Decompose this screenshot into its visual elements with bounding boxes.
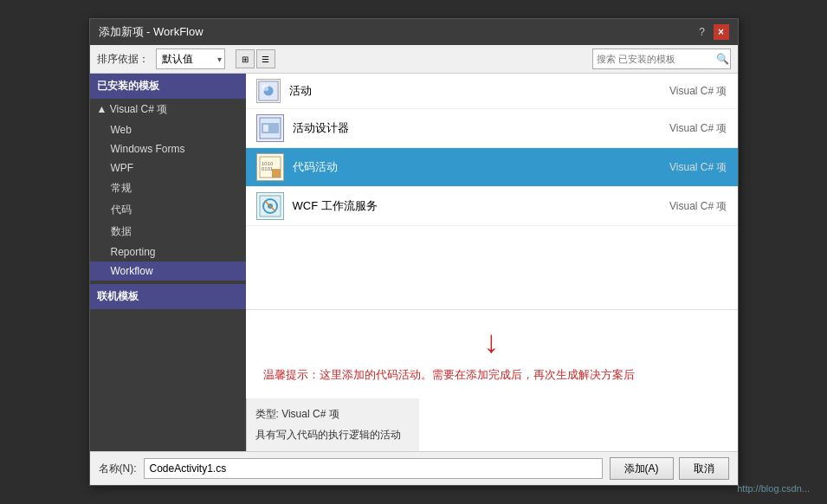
dialog-title: 添加新项 - WorkFlow	[99, 24, 204, 40]
list-item[interactable]: 活动 Visual C# 项	[246, 74, 738, 109]
dialog: 添加新项 - WorkFlow ? × 排序依据： 默认值 名称 类型 ⊞ ☰ …	[89, 18, 739, 486]
sidebar-item-label: 数据	[111, 225, 132, 237]
help-button[interactable]: ?	[695, 24, 710, 40]
code-activity-icon: 1010 0101	[256, 153, 284, 181]
search-input[interactable]	[597, 54, 716, 64]
list-item[interactable]: 活动设计器 Visual C# 项	[246, 109, 738, 148]
sidebar-item-label: ▲ Visual C# 项	[97, 102, 168, 117]
sort-wrapper: 默认值 名称 类型	[156, 48, 225, 69]
sidebar-item-reporting[interactable]: Reporting	[90, 242, 246, 262]
item-category: Visual C# 项	[669, 121, 727, 136]
item-category: Visual C# 项	[669, 199, 727, 214]
annotation-text: 温馨提示：这里添加的代码活动。需要在添加完成后，再次生成解决方案后	[263, 365, 720, 384]
activity-icon	[256, 79, 281, 103]
sidebar-item-label: 常规	[111, 182, 132, 194]
wcf-icon	[256, 192, 284, 220]
toolbar: 排序依据： 默认值 名称 类型 ⊞ ☰ 🔍	[90, 45, 738, 74]
sidebar-item-windows-forms[interactable]: Windows Forms	[90, 139, 246, 158]
cancel-button[interactable]: 取消	[679, 457, 729, 480]
watermark: http://blog.csdn...	[737, 483, 810, 494]
sidebar-item-label: WPF	[111, 162, 134, 174]
search-icon: 🔍	[716, 53, 729, 65]
sort-select[interactable]: 默认值 名称 类型	[156, 48, 225, 69]
sidebar-installed-header: 已安装的模板	[90, 74, 246, 99]
info-panel: 类型: Visual C# 项 具有写入代码的执行逻辑的活动	[246, 398, 419, 451]
svg-text:0101: 0101	[262, 166, 274, 171]
view-grid-button[interactable]: ⊞	[236, 49, 255, 68]
list-item[interactable]: 1010 0101 代码活动 Visual C# 项	[246, 148, 738, 187]
close-button[interactable]: ×	[714, 24, 729, 40]
title-bar: 添加新项 - WorkFlow ? ×	[90, 19, 738, 45]
view-list-button[interactable]: ☰	[256, 49, 275, 68]
sidebar-item-data[interactable]: 数据	[90, 221, 246, 242]
sidebar: 已安装的模板 ▲ Visual C# 项 Web Windows Forms W…	[90, 74, 246, 451]
sidebar-item-wpf[interactable]: WPF	[90, 158, 246, 178]
item-category: Visual C# 项	[669, 84, 727, 99]
sidebar-item-code[interactable]: 代码	[90, 199, 246, 221]
item-category: Visual C# 项	[669, 160, 727, 175]
svg-rect-5	[263, 125, 268, 132]
search-box: 🔍	[592, 48, 731, 69]
name-input[interactable]	[144, 458, 603, 479]
sidebar-online-header: 联机模板	[90, 284, 246, 309]
sidebar-item-web[interactable]: Web	[90, 120, 246, 139]
view-icons: ⊞ ☰	[236, 49, 275, 68]
content-area: 活动 Visual C# 项 活动设计器 Vis	[246, 74, 738, 451]
sidebar-item-normal[interactable]: 常规	[90, 178, 246, 199]
sidebar-item-label: 代码	[111, 204, 132, 216]
info-type: 类型: Visual C# 项	[255, 407, 410, 422]
annotation-arrow: ↓	[263, 324, 720, 360]
info-description: 具有写入代码的执行逻辑的活动	[255, 427, 410, 443]
bottom-buttons: 添加(A) 取消	[610, 457, 729, 480]
sidebar-item-label: Web	[111, 124, 132, 136]
annotation-area: ↓ 温馨提示：这里添加的代码活动。需要在添加完成后，再次生成解决方案后	[246, 309, 738, 398]
item-name: 活动	[289, 83, 662, 99]
title-bar-buttons: ? ×	[695, 24, 729, 40]
main-area: 已安装的模板 ▲ Visual C# 项 Web Windows Forms W…	[90, 74, 738, 451]
activity-designer-icon	[256, 114, 284, 142]
item-name: WCF 工作流服务	[293, 198, 662, 214]
add-button[interactable]: 添加(A)	[610, 457, 674, 480]
sidebar-item-workflow[interactable]: Workflow	[90, 262, 246, 281]
svg-rect-2	[262, 85, 268, 91]
bottom-bar: 名称(N): 添加(A) 取消	[90, 451, 738, 485]
item-list: 活动 Visual C# 项 活动设计器 Vis	[246, 74, 738, 309]
sidebar-item-visual-csharp[interactable]: ▲ Visual C# 项	[90, 99, 246, 120]
sort-label: 排序依据：	[97, 52, 149, 67]
item-name: 活动设计器	[293, 120, 662, 136]
svg-rect-9	[272, 169, 281, 178]
item-name: 代码活动	[293, 159, 662, 175]
name-label: 名称(N):	[99, 462, 137, 476]
list-item[interactable]: WCF 工作流服务 Visual C# 项	[246, 187, 738, 226]
